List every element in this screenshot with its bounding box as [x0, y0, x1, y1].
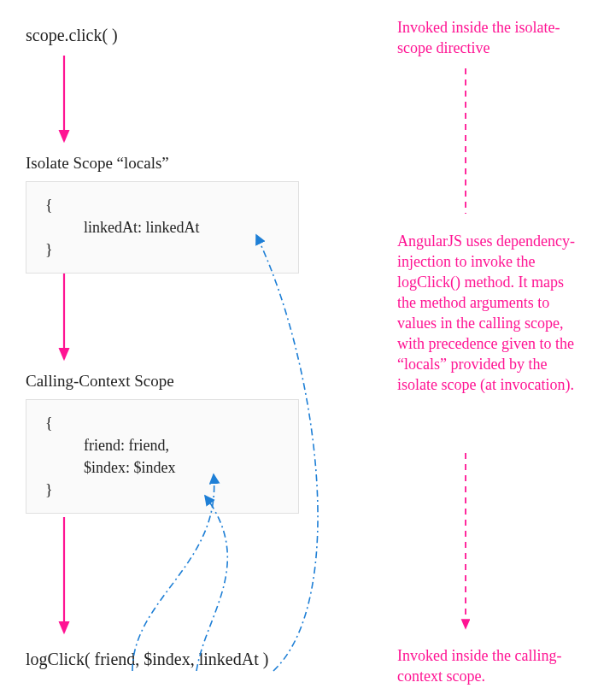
brace-close: } — [45, 238, 279, 261]
brace-close: } — [45, 479, 279, 501]
calling-context-label: Calling-Context Scope — [26, 372, 174, 391]
note-top: Invoked inside the isolate-scope directi… — [397, 17, 581, 58]
scope-click-call: scope.click( ) — [26, 26, 118, 45]
note-middle: AngularJS uses dependency-injection to i… — [397, 231, 581, 395]
isolate-scope-box: { linkedAt: linkedAt } — [26, 181, 299, 274]
curve-index — [196, 496, 227, 671]
note-bottom: Invoked inside the calling-context scope… — [397, 645, 581, 686]
context-prop-index: $index: $index — [45, 456, 279, 479]
logclick-call: logClick( friend, $index, linkedAt ) — [26, 650, 268, 669]
brace-open: { — [45, 412, 279, 434]
brace-open: { — [45, 194, 279, 216]
calling-context-box: { friend: friend, $index: $index } — [26, 399, 299, 514]
context-prop-friend: friend: friend, — [45, 434, 279, 456]
isolate-scope-label: Isolate Scope “locals” — [26, 154, 169, 173]
locals-prop-linkedat: linkedAt: linkedAt — [45, 216, 279, 238]
